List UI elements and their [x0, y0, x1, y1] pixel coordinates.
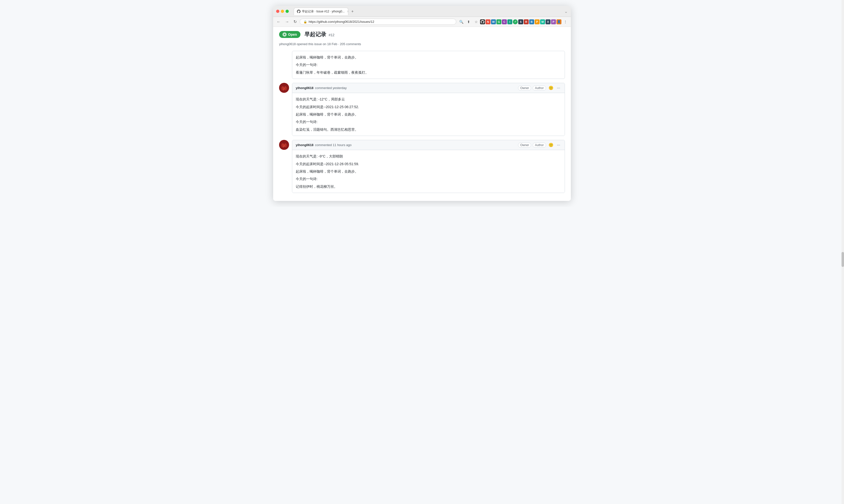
comment-2-header-right: Owner Author 🙂 ···: [518, 142, 561, 148]
comment-1-wrapper: y yihong0618 commented yesterday Owner: [279, 83, 565, 136]
comment-2-time: commented 11 hours ago: [315, 143, 352, 147]
browser-titlebar: 早起记录 · Issue #12 · yihong0... ✕ + ⌄: [273, 6, 571, 17]
browser-window: 早起记录 · Issue #12 · yihong0... ✕ + ⌄ ← → …: [273, 6, 571, 201]
svg-point-3: [281, 86, 284, 90]
traffic-lights: [276, 10, 289, 13]
truncated-line1: 起床啦，喝杯咖啡，背个单词，去跑步。: [296, 55, 561, 60]
truncated-line2: 今天的一句诗:: [296, 62, 561, 68]
open-label: Open: [288, 33, 297, 36]
github-favicon: [297, 10, 301, 13]
page-content: Open 早起记录 #12 yihong0618 opened this iss…: [273, 27, 571, 201]
truncated-comment: 起床啦，喝杯咖啡，背个单词，去跑步。 今天的一句诗: 看蓬门秋草，年年破巷，疏窗…: [292, 51, 565, 79]
comment-2-wrapper: y yihong0618 commented 11 hours ago Owne…: [279, 140, 565, 193]
comment-1-line3: 起床啦，喝杯咖啡，背个单词，去跑步。: [296, 112, 561, 117]
issue-meta: yihong0618 opened this issue on 18 Feb ·…: [279, 42, 565, 46]
new-tab-button[interactable]: +: [349, 9, 356, 14]
issue-meta-text: yihong0618 opened this issue on 18 Feb ·…: [279, 42, 361, 46]
address-bar[interactable]: 🔒 https://github.com/yihong0618/2021/iss…: [300, 19, 456, 25]
ext-icon-mint[interactable]: M: [540, 19, 545, 24]
comment-2-line5: 记得别伊时，桃花柳万丝。: [296, 184, 561, 189]
comment-1-header: yihong0618 commented yesterday Owner Aut…: [292, 83, 565, 93]
issue-title: 早起记录: [304, 31, 326, 37]
comment-1-emoji-btn[interactable]: 🙂: [547, 85, 555, 91]
minimize-traffic-light[interactable]: [281, 10, 284, 13]
tab-bar: 早起记录 · Issue #12 · yihong0... ✕ +: [294, 8, 562, 15]
comment-1-body: 现在的天气是: -12°C，局部多云 今天的起床时间是--2021-12-25 …: [292, 93, 565, 136]
ext-icon-green[interactable]: G: [497, 19, 501, 24]
comment-1-line1: 现在的天气是: -12°C，局部多云: [296, 96, 561, 102]
comment-1-header-left: yihong0618 commented yesterday: [296, 86, 346, 90]
maximize-traffic-light[interactable]: [286, 10, 289, 13]
ext-icon-orange[interactable]: P: [535, 19, 540, 24]
comment-2-header: yihong0618 commented 11 hours ago Owner …: [292, 140, 565, 150]
ext-icon-blue2[interactable]: B: [529, 19, 534, 24]
comment-2-more-btn[interactable]: ···: [556, 142, 561, 148]
issue-title-group: 早起记录 #12: [304, 31, 335, 38]
ext-icon-amber[interactable]: 👤: [556, 19, 561, 24]
issue-number: #12: [329, 33, 335, 37]
comment-1-author[interactable]: yihong0618: [296, 86, 313, 90]
avatar-1: y: [279, 83, 289, 93]
toolbar-icons: 🔍 ⬆ ☆ N W G C I ✓ S R B P M X P 👤 ⋮: [458, 18, 569, 25]
browser-toolbar: ← → ↻ 🔒 https://github.com/yihong0618/20…: [273, 17, 571, 27]
comment-1-owner-badge: Owner: [518, 86, 531, 91]
ext-icon-github[interactable]: [480, 19, 485, 24]
comment-2-body: 现在的天气是: -9°C，大部晴朗 今天的起床时间是--2021-12-26 0…: [292, 150, 565, 193]
truncated-line3: 看蓬门秋草，年年破巷，疏窗细雨，夜夜孤灯。: [296, 70, 561, 75]
share-icon-btn[interactable]: ⬆: [465, 18, 472, 25]
comment-2-author[interactable]: yihong0618: [296, 143, 313, 147]
open-icon-svg: [283, 33, 286, 36]
ext-icon-circle-green[interactable]: ✓: [513, 19, 518, 24]
tab-title: 早起记录 · Issue #12 · yihong0...: [302, 10, 345, 14]
avatar-2-svg: y: [279, 140, 289, 150]
ext-icon-red[interactable]: N: [485, 19, 490, 24]
close-traffic-light[interactable]: [276, 10, 279, 13]
comment-2-header-left: yihong0618 commented 11 hours ago: [296, 143, 352, 147]
active-tab[interactable]: 早起记录 · Issue #12 · yihong0... ✕: [294, 8, 348, 15]
avatar-1-svg: y: [279, 83, 289, 93]
page-header: Open 早起记录 #12: [279, 31, 565, 38]
comment-2-owner-badge: Owner: [518, 143, 531, 148]
tab-close-btn[interactable]: ✕: [347, 10, 348, 13]
open-badge: Open: [279, 31, 301, 38]
comment-1-line5: 血染红笺，泪题锦句。西湖岂忆相思苦。: [296, 127, 561, 132]
comment-1-header-right: Owner Author 🙂 ···: [518, 85, 561, 91]
ext-icon-violet[interactable]: P: [551, 19, 556, 24]
comment-1-box: yihong0618 commented yesterday Owner Aut…: [292, 83, 565, 136]
ext-icon-blue[interactable]: W: [491, 19, 496, 24]
comment-2-box: yihong0618 commented 11 hours ago Owner …: [292, 140, 565, 193]
comment-2-emoji-btn[interactable]: 🙂: [547, 142, 555, 148]
comment-1-more-btn[interactable]: ···: [556, 85, 561, 91]
window-controls-right: ⌄: [564, 9, 568, 14]
avatar-2: y: [279, 140, 289, 150]
comment-2-line4: 今天的一句诗:: [296, 176, 561, 182]
open-circle-icon: [283, 33, 287, 36]
search-icon-btn[interactable]: 🔍: [458, 18, 465, 25]
comments-section: 起床啦，喝杯咖啡，背个单词，去跑步。 今天的一句诗: 看蓬门秋草，年年破巷，疏窗…: [279, 51, 565, 193]
comment-1-line4: 今天的一句诗:: [296, 119, 561, 125]
svg-point-0: [284, 34, 286, 35]
comment-1-author-badge: Author: [533, 86, 546, 91]
back-button[interactable]: ←: [275, 19, 282, 25]
ext-icon-slate[interactable]: X: [545, 19, 551, 24]
ext-icon-crimson[interactable]: R: [524, 19, 529, 24]
bookmark-icon-btn[interactable]: ☆: [473, 18, 480, 25]
comment-2-author-badge: Author: [533, 143, 546, 148]
lock-icon: 🔒: [303, 20, 307, 23]
svg-point-4: [284, 86, 287, 90]
svg-point-7: [281, 143, 284, 147]
forward-button[interactable]: →: [284, 19, 290, 25]
ext-icon-purple[interactable]: C: [502, 19, 507, 24]
more-options-button[interactable]: ⋮: [562, 18, 569, 25]
comment-1-line2: 今天的起床时间是--2021-12-25 06:27:52.: [296, 104, 561, 110]
svg-point-8: [284, 143, 287, 147]
url-text: https://github.com/yihong0618/2021/issue…: [309, 20, 374, 23]
ext-icon-dark[interactable]: S: [518, 19, 523, 24]
ext-icon-teal[interactable]: I: [507, 19, 512, 24]
reload-button[interactable]: ↻: [292, 18, 298, 25]
comment-2-line2: 今天的起床时间是--2021-12-26 05:51:59.: [296, 161, 561, 167]
comment-2-line1: 现在的天气是: -9°C，大部晴朗: [296, 154, 561, 159]
comment-2-line3: 起床啦，喝杯咖啡，背个单词，去跑步。: [296, 169, 561, 174]
comment-1-time: commented yesterday: [315, 86, 347, 90]
